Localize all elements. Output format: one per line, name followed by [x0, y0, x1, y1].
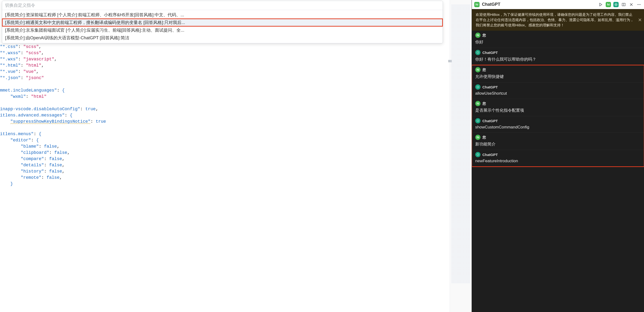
user-message: hi您是否展示个性化指令配置项: [472, 99, 644, 116]
code-line: "compare": false,: [0, 156, 450, 162]
svg-point-7: [477, 52, 479, 54]
code-line: "*.wxs": "javascript",: [0, 56, 450, 62]
gpt-message: ChatGPTnewFeatureIntroduction: [472, 150, 644, 167]
svg-point-5: [639, 4, 640, 5]
gpt-avatar-icon: [475, 84, 480, 90]
message-sender: 您: [482, 135, 486, 140]
code-line: inapp-vscode.disableAutoConfig": true,: [0, 106, 450, 112]
code-line: [0, 81, 450, 87]
message-sender: ChatGPT: [482, 119, 498, 123]
dropdown-item[interactable]: [系统简介]:由OpenAI训练的大语言模型-ChatGPT [回答风格]:简洁: [2, 34, 443, 42]
minimap[interactable]: [450, 0, 472, 312]
code-line: "*.wxss": "scss",: [0, 50, 450, 56]
gpt-avatar-icon: [475, 118, 480, 123]
code-line: [0, 100, 450, 106]
svg-point-8: [477, 86, 479, 88]
chat-notice: 欢迎使用HiBox，为了保证健康可持续的使用环境，请确保您的问题是为了处理工作内…: [472, 9, 644, 31]
code-line: }: [0, 181, 450, 187]
code-line: [0, 125, 450, 131]
message-body: 允许使用快捷键: [475, 74, 641, 79]
highlighted-conversation: hi您允许使用快捷键ChatGPTallowUseShortcuthi您是否展示…: [472, 65, 644, 167]
code-line: "blame": false,: [0, 143, 450, 150]
code-line: mmet.includeLanguages": {: [0, 87, 450, 94]
hibox-logo-icon: hi: [474, 2, 480, 7]
svg-point-4: [638, 4, 638, 5]
custom-instruction-list: [系统简介]:资深前端工程师 [个人简介]:前端工程师、小程序&H5开发[回答风…: [2, 10, 443, 43]
message-header: ChatGPT: [475, 152, 641, 157]
chat-notice-text: 欢迎使用HiBox，为了保证健康可持续的使用环境，请确保您的问题是为了处理工作内…: [476, 13, 634, 27]
chat-header: hi ChatGPT hi: [472, 0, 644, 9]
svg-point-6: [640, 4, 641, 5]
code-line: "wxml": "html": [0, 94, 450, 100]
chat-message-list[interactable]: hi您你好ChatGPT你好！有什么我可以帮助你的吗？hi您允许使用快捷键Cha…: [472, 31, 644, 312]
gpt-message: ChatGPTallowUseShortcut: [472, 82, 644, 99]
code-line: "suppressShowKeyBindingsNotice": true: [0, 118, 450, 125]
message-header: hi您: [475, 135, 641, 140]
message-sender: 您: [482, 33, 486, 38]
message-header: hi您: [475, 101, 641, 106]
svg-point-1: [616, 4, 617, 5]
message-body: 新功能简介: [475, 141, 641, 147]
chat-panel: hi ChatGPT hi 欢迎使用HiBox，为了保证健康可持续的使用环境，请…: [472, 0, 644, 312]
user-message: hi您你好: [472, 31, 644, 48]
gpt-message: ChatGPTshowCustomCommandConfig: [472, 116, 644, 133]
code-editor-area[interactable]: [系统简介]:资深前端工程师 [个人简介]:前端工程师、小程序&H5开发[回答风…: [0, 0, 450, 312]
custom-instruction-dropdown: [系统简介]:资深前端工程师 [个人简介]:前端工程师、小程序&H5开发[回答风…: [2, 1, 443, 43]
code-line: "details": false,: [0, 162, 450, 168]
message-body: 是否展示个性化指令配置项: [475, 108, 641, 113]
message-body: newFeatureIntroduction: [475, 159, 641, 163]
notice-close-icon[interactable]: [638, 18, 642, 22]
code-line: "history": false,: [0, 168, 450, 174]
close-icon[interactable]: [629, 2, 634, 7]
hibox-logo-text: hi: [476, 3, 478, 6]
hibox-badge-text: hi: [607, 3, 610, 6]
svg-point-10: [477, 154, 479, 156]
message-sender: ChatGPT: [482, 85, 498, 89]
message-sender: 您: [482, 68, 486, 72]
gpt-message: ChatGPT你好！有什么我可以帮助你的吗？: [472, 48, 644, 65]
code-line: "*.json": "jsonc": [0, 75, 450, 81]
code-line: "*.vue": "vue",: [0, 69, 450, 75]
message-header: hi您: [475, 67, 641, 72]
code-line: "remote": false,: [0, 174, 450, 181]
message-header: ChatGPT: [475, 50, 641, 55]
message-header: hi您: [475, 33, 641, 38]
code-line: itlens.menus": {: [0, 131, 450, 137]
svg-point-0: [615, 3, 618, 6]
openai-icon[interactable]: [613, 2, 618, 7]
message-body: 你好: [475, 39, 641, 45]
minimap-preview: [451, 5, 470, 283]
minimap-handle-icon[interactable]: [448, 60, 452, 62]
dropdown-item[interactable]: [系统简介]:京东集团前端面试官 [个人简介]:应届实习生、前端[回答风格]:主…: [2, 26, 443, 34]
user-avatar-icon: hi: [475, 33, 480, 38]
message-header: ChatGPT: [475, 84, 641, 90]
hibox-badge-icon[interactable]: hi: [606, 2, 611, 7]
custom-instruction-input[interactable]: [2, 1, 443, 10]
code-content: "*.css": "scss","*.wxss": "scss","*.wxs"…: [0, 44, 450, 187]
svg-point-9: [477, 120, 479, 122]
message-body: 你好！有什么我可以帮助你的吗？: [475, 57, 641, 62]
gpt-avatar-icon: [475, 152, 480, 157]
split-panel-icon[interactable]: [621, 2, 626, 7]
code-line: "*.html": "html",: [0, 62, 450, 69]
message-sender: ChatGPT: [482, 153, 498, 157]
code-line: "*.css": "scss",: [0, 44, 450, 50]
message-sender: ChatGPT: [482, 51, 498, 55]
message-header: ChatGPT: [475, 118, 641, 123]
chat-title: ChatGPT: [482, 2, 596, 7]
run-icon[interactable]: [598, 2, 603, 7]
more-icon[interactable]: [636, 2, 642, 7]
message-body: showCustomCommandConfig: [475, 125, 641, 130]
user-avatar-icon: hi: [475, 101, 480, 106]
editor-pane: [系统简介]:资深前端工程师 [个人简介]:前端工程师、小程序&H5开发[回答风…: [0, 0, 472, 312]
code-line: itlens.advanced.messages": {: [0, 112, 450, 118]
dropdown-item[interactable]: [系统简介]:精通英文和中文的前端工程师，擅长翻译成编码使用的变量名 [回答风格…: [2, 19, 443, 26]
gpt-avatar-icon: [475, 50, 480, 55]
user-message: hi您允许使用快捷键: [472, 65, 644, 82]
user-avatar-icon: hi: [475, 135, 480, 140]
user-message: hi您新功能简介: [472, 133, 644, 150]
dropdown-item[interactable]: [系统简介]:资深前端工程师 [个人简介]:前端工程师、小程序&H5开发[回答风…: [2, 11, 443, 19]
code-line: "clipboard": false,: [0, 150, 450, 156]
code-line: "editor": {: [0, 137, 450, 143]
user-avatar-icon: hi: [475, 67, 480, 72]
